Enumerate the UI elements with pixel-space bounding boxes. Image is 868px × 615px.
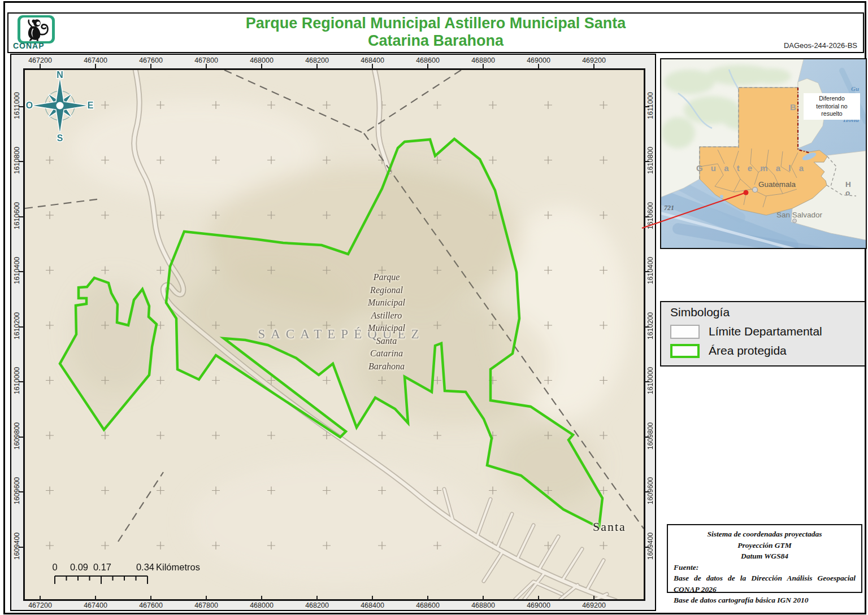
map-canvas: 0 0.09 0.17 0.34 Kilómetros N (23, 68, 645, 601)
x-axis-tick (483, 596, 484, 601)
x-axis-label-top: 468000 (242, 56, 281, 64)
x-axis-label-top: 467800 (187, 56, 225, 64)
conap-wordmark: CONAP (13, 41, 58, 50)
y-axis-label-left: 1610400 (13, 251, 21, 290)
x-axis-label-bottom: 468600 (409, 601, 447, 609)
y-axis-label-right: 1610800 (646, 141, 654, 180)
map-title-line2: Catarina Barahona (121, 32, 750, 50)
inset-belize-partial-label: B (790, 102, 798, 112)
x-axis-tick (150, 64, 151, 69)
y-axis-tick (644, 216, 649, 217)
x-axis-label-bottom: 468000 (242, 601, 281, 609)
y-axis-tick (644, 106, 649, 107)
x-axis-label-top: 468400 (353, 56, 392, 64)
conap-logo (18, 15, 55, 43)
inset-san-salvador-label: San Salvador (776, 211, 822, 219)
y-axis-tick (644, 491, 649, 492)
credits-box: Sistema de coordenadas proyectadas Proye… (667, 524, 862, 593)
x-axis-tick (95, 596, 96, 601)
y-axis-label-right: 1611000 (646, 86, 654, 125)
park-name-line: Regional (341, 284, 432, 297)
y-axis-label-left: 1611000 (13, 86, 21, 125)
document-code: DAGeos-244-2026-BS (784, 41, 857, 50)
source-line-2: Base de datos cartografía básica IGN 201… (674, 595, 856, 606)
map-title-line1: Parque Regional Municipal Astillero Muni… (121, 15, 750, 32)
y-axis-label-right: 1610200 (646, 307, 654, 345)
svg-text:0.34: 0.34 (136, 562, 154, 572)
x-axis-tick (261, 64, 262, 69)
park-name-line: Santa (341, 335, 432, 348)
inset-city-label: Guatemala (758, 180, 796, 189)
source-heading: Fuente: (674, 562, 856, 573)
y-axis-tick (644, 437, 649, 438)
protected-area-swatch (670, 344, 700, 358)
crs-line: Sistema de coordenadas proyectadas (674, 529, 856, 540)
inset-honduras-partial-label: H o (845, 180, 866, 197)
svg-text:0.09: 0.09 (70, 562, 88, 572)
compass-e-label: E (88, 101, 94, 110)
scale-bar (55, 576, 147, 584)
x-axis-tick (483, 64, 484, 69)
projection-line: Proyección GTM (674, 540, 856, 551)
x-axis-tick (40, 64, 41, 69)
compass-s-label: S (57, 133, 63, 143)
x-axis-label-top: 467200 (21, 56, 59, 64)
y-axis-tick (19, 106, 24, 107)
y-axis-tick (644, 161, 649, 162)
park-name-line: Parque (341, 271, 432, 284)
map-sheet: CONAP Parque Regional Municipal Astiller… (0, 0, 868, 615)
x-axis-label-top: 469200 (575, 56, 613, 64)
map-band: 0 0.09 0.17 0.34 Kilómetros N (10, 54, 656, 611)
y-axis-label-right: 1610400 (646, 251, 654, 290)
park-name-label: ParqueRegionalMunicipalAstilleroMunicipa… (341, 271, 432, 373)
x-axis-label-bottom: 469200 (575, 601, 613, 609)
y-axis-tick (644, 326, 649, 328)
x-axis-tick (206, 64, 207, 69)
park-name-line: Municipal (341, 296, 432, 309)
header: CONAP Parque Regional Municipal Astiller… (7, 12, 864, 53)
y-axis-tick (19, 326, 24, 328)
y-axis-tick (19, 437, 24, 438)
inset-country-label: G u a t e m a l a (696, 163, 806, 173)
y-axis-tick (644, 271, 649, 272)
y-axis-label-left: 1610600 (13, 197, 21, 235)
x-axis-tick (316, 596, 318, 601)
park-name-line: Astillero (341, 309, 432, 322)
x-axis-label-bottom: 467400 (76, 601, 115, 609)
y-axis-tick (644, 547, 649, 548)
x-axis-label-bottom: 468200 (298, 601, 336, 609)
inset-sansalvador-dot (793, 219, 797, 223)
svg-text:Kilómetros: Kilómetros (156, 562, 200, 572)
y-axis-label-left: 1610200 (13, 307, 21, 345)
inset-territorial-note: Diferendo territorial no resuelto (804, 93, 860, 120)
x-axis-label-bottom: 467800 (187, 601, 225, 609)
compass-o-label: O (26, 101, 33, 110)
map-title: Parque Regional Municipal Astillero Muni… (121, 15, 750, 50)
y-axis-label-right: 1610000 (646, 361, 654, 400)
x-axis-label-top: 468200 (298, 56, 336, 64)
x-axis-tick (593, 596, 594, 601)
y-axis-label-right: 1610600 (646, 197, 654, 235)
inset-road-number: 721 (664, 204, 674, 212)
x-axis-label-bottom: 467200 (21, 601, 59, 609)
x-axis-tick (150, 596, 151, 601)
x-axis-tick (593, 64, 594, 69)
y-axis-tick (644, 381, 649, 382)
y-axis-label-right: 1609800 (646, 417, 654, 455)
svg-text:0.17: 0.17 (93, 562, 111, 572)
x-axis-label-top: 467600 (132, 56, 170, 64)
y-axis-tick (19, 381, 24, 382)
y-axis-tick (19, 271, 24, 272)
x-axis-label-bottom: 469000 (519, 601, 558, 609)
x-axis-tick (206, 596, 207, 601)
compass-n-label: N (57, 70, 63, 80)
y-axis-label-left: 1610800 (13, 141, 21, 180)
inset-city-dot (753, 187, 758, 193)
x-axis-tick (538, 64, 539, 69)
x-axis-tick (538, 596, 539, 601)
x-axis-tick (427, 596, 428, 601)
y-axis-tick (19, 161, 24, 162)
svg-text:0: 0 (52, 562, 57, 572)
y-axis-label-left: 1609800 (13, 417, 21, 455)
x-axis-tick (316, 64, 318, 69)
